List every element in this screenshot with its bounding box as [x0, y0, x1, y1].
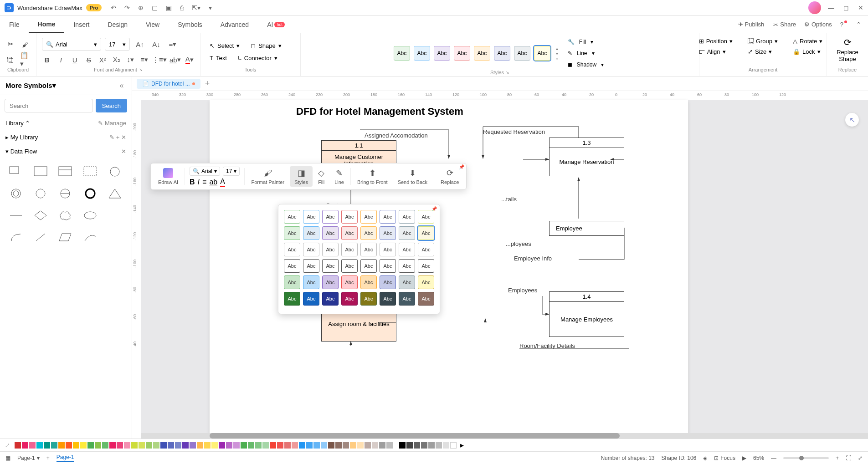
color-swatch[interactable] [379, 442, 385, 449]
float-bring-front-button[interactable]: ⬆Bring to Front [353, 166, 392, 187]
style-option[interactable]: Abc [360, 275, 377, 289]
tab-design[interactable]: Design [98, 16, 137, 33]
gray-swatch[interactable] [399, 442, 406, 449]
color-swatch[interactable] [117, 442, 123, 449]
color-swatch[interactable] [153, 442, 159, 449]
connector-tool[interactable]: ᒐ Connector ▾ [234, 53, 281, 63]
color-swatch[interactable] [131, 442, 138, 449]
font-family-select[interactable]: 🔍 Arial▾ [42, 38, 101, 51]
color-swatch[interactable] [233, 442, 240, 449]
styles-more-button[interactable]: ▿ [556, 56, 558, 61]
collapse-ribbon-button[interactable]: ⌃ [856, 21, 861, 28]
tab-insert[interactable]: Insert [64, 16, 98, 33]
color-swatch[interactable] [211, 442, 218, 449]
style-option[interactable]: Abc [341, 259, 358, 273]
shadow-button[interactable]: ◼ Shadow ▾ [565, 60, 606, 70]
color-swatch[interactable] [15, 442, 21, 449]
float-bold-button[interactable]: B [190, 178, 195, 186]
style-option[interactable]: Abc [322, 210, 339, 224]
style-option[interactable]: Abc [341, 243, 358, 256]
style-option[interactable]: Abc [284, 226, 300, 240]
fullscreen-button[interactable]: ⤢ [858, 455, 863, 461]
color-swatch[interactable] [321, 442, 327, 449]
style-swatch-6[interactable]: Abc [494, 46, 510, 61]
zoom-out-button[interactable]: — [771, 455, 776, 461]
float-pin-button[interactable]: 📌 [459, 164, 464, 169]
share-button[interactable]: ⫘ Share [772, 21, 796, 28]
shape-line[interactable] [6, 207, 26, 224]
style-option[interactable]: Abc [418, 243, 434, 256]
float-color-button[interactable]: A [220, 178, 225, 187]
size-button[interactable]: ⤢ Size▾ [746, 47, 780, 56]
color-swatch[interactable] [335, 442, 342, 449]
close-button[interactable]: ✕ [858, 4, 863, 11]
shape-diamond[interactable] [31, 207, 50, 224]
fit-page-button[interactable]: ⛶ [846, 455, 851, 461]
style-option[interactable]: Abc [303, 226, 319, 240]
shape-tool[interactable]: ◻ Shape ▾ [247, 41, 285, 51]
shape-circle[interactable] [105, 163, 124, 180]
style-swatch-3[interactable]: Abc [434, 46, 450, 61]
color-swatch[interactable] [160, 442, 167, 449]
lock-button[interactable]: 🔒 Lock▾ [791, 47, 824, 56]
undo-button[interactable]: ↶ [111, 4, 116, 11]
highlight-button[interactable]: ab▾ [169, 53, 181, 66]
scrollbar-h[interactable] [141, 433, 868, 439]
color-swatch[interactable] [139, 442, 145, 449]
minimize-button[interactable]: — [828, 4, 834, 11]
align-shapes-button[interactable]: ⫍ Align▾ [697, 47, 734, 56]
style-option[interactable]: Abc [303, 292, 319, 306]
new-button[interactable]: ⊕ [138, 4, 144, 11]
save-button[interactable]: ▣ [166, 4, 172, 11]
styles-popup-pin[interactable]: 📌 [431, 206, 437, 211]
style-option[interactable]: Abc [341, 292, 358, 306]
color-swatch[interactable] [241, 442, 247, 449]
shape-rect-dash[interactable] [81, 163, 100, 180]
style-option[interactable]: Abc [322, 226, 339, 240]
color-swatch[interactable] [270, 442, 276, 449]
help-button[interactable]: ? [840, 21, 848, 28]
strike-button[interactable]: S [83, 53, 93, 66]
color-swatch[interactable] [80, 442, 87, 449]
tab-view[interactable]: View [137, 16, 169, 33]
shape-circle-div[interactable] [56, 185, 75, 202]
color-swatch[interactable] [292, 442, 298, 449]
shape-curve[interactable] [81, 229, 100, 246]
style-option[interactable]: Abc [418, 292, 434, 306]
gray-swatch[interactable] [414, 442, 420, 449]
style-option[interactable]: Abc [284, 210, 300, 224]
user-avatar-icon[interactable] [808, 1, 821, 14]
more-button[interactable]: ▾ [209, 4, 212, 11]
shape-circle-inner[interactable] [6, 185, 26, 202]
style-swatch-2[interactable]: Abc [414, 46, 430, 61]
color-swatch[interactable] [299, 442, 305, 449]
text-tool[interactable]: T Text [206, 53, 231, 63]
color-swatch[interactable] [284, 442, 291, 449]
layout-toggle-button[interactable]: ▦ [5, 455, 10, 461]
color-swatch[interactable] [102, 442, 108, 449]
color-swatch[interactable] [109, 442, 116, 449]
zoom-in-button[interactable]: + [836, 455, 839, 461]
line-spacing-button[interactable]: ≡▾ [139, 53, 149, 66]
color-swatch[interactable] [262, 442, 269, 449]
open-button[interactable]: ▢ [152, 4, 158, 11]
presentation-button[interactable]: ▶ [742, 455, 746, 461]
style-option[interactable]: Abc [399, 259, 415, 273]
library-section[interactable]: Library ⌃ ✎ Manage [0, 116, 132, 130]
color-swatch[interactable] [51, 442, 57, 449]
style-option[interactable]: Abc [284, 243, 300, 256]
gray-swatch[interactable] [421, 442, 427, 449]
align-button[interactable]: ≡▾ [166, 38, 179, 51]
style-option[interactable]: Abc [322, 275, 339, 289]
shape-rect[interactable] [31, 163, 50, 180]
entity-employee[interactable]: Employee [549, 221, 624, 236]
collapse-panel-button[interactable]: « [117, 81, 126, 90]
style-option[interactable]: Abc [418, 210, 434, 224]
options-button[interactable]: ⚙ Options [804, 21, 832, 28]
style-option[interactable]: Abc [284, 275, 300, 289]
color-swatch[interactable] [29, 442, 36, 449]
style-option[interactable]: Abc [303, 243, 319, 256]
tab-advanced[interactable]: Advanced [211, 16, 258, 33]
superscript-button[interactable]: X² [98, 53, 108, 66]
style-option[interactable]: Abc [418, 226, 434, 240]
